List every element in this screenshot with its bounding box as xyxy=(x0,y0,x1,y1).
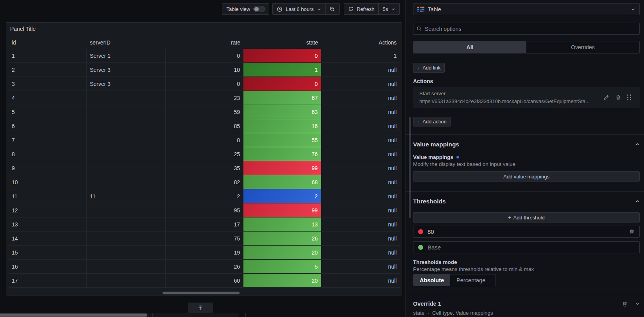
cell-state: 16 xyxy=(243,119,321,133)
cell-state: 5 xyxy=(243,260,321,274)
cell-state: 2 xyxy=(243,189,321,203)
table-row: 131713null xyxy=(9,217,400,232)
cell-serverID: Server 3 xyxy=(87,77,166,91)
threshold-color-swatch[interactable] xyxy=(418,229,423,234)
add-value-mappings-label: Add value mappings xyxy=(503,174,549,180)
column-header-id[interactable]: id xyxy=(9,37,87,49)
panel-title[interactable]: Panel Title xyxy=(6,23,402,36)
thresholds-mode-radio: Absolute Percentage xyxy=(413,274,496,286)
delete-icon[interactable] xyxy=(615,94,621,100)
cell-id: 3 xyxy=(9,77,87,91)
cell-id: 6 xyxy=(9,119,87,133)
column-header-Actions[interactable]: Actions xyxy=(321,37,400,49)
value-mappings-section-header[interactable]: Value mappings xyxy=(413,140,640,149)
time-controls-group: Last 6 hours xyxy=(272,3,340,15)
tab-all[interactable]: All xyxy=(413,41,526,53)
override-header[interactable]: Override 1 xyxy=(413,299,640,308)
cell-rate: 23 xyxy=(166,91,243,105)
override-title: Override 1 xyxy=(413,301,441,307)
cell-serverID: 11 xyxy=(87,189,166,203)
visualization-picker[interactable]: Table xyxy=(413,3,640,15)
cell-id: 10 xyxy=(9,175,87,189)
refresh-button[interactable]: Refresh xyxy=(344,4,379,14)
options-tabs: All Overrides xyxy=(413,41,640,53)
cell-state: 13 xyxy=(243,217,321,232)
table-view-toggle[interactable]: Table view xyxy=(222,4,269,14)
plus-icon: + xyxy=(417,65,420,71)
thresholds-section-header[interactable]: Thresholds xyxy=(413,197,640,206)
table-view-label: Table view xyxy=(226,6,250,12)
cell-Actions: null xyxy=(321,119,400,133)
mode-percentage[interactable]: Percentage xyxy=(450,274,492,286)
table-row: 151920null xyxy=(9,246,400,260)
table-row: 93599null xyxy=(9,161,400,175)
section-divider xyxy=(406,295,644,295)
cell-state: 20 xyxy=(243,246,321,260)
override-target: state xyxy=(413,310,424,316)
cell-id: 5 xyxy=(9,105,87,119)
table-header-row: idserverIDratestateActions xyxy=(9,37,400,49)
threshold-value[interactable]: 80 xyxy=(428,228,434,235)
section-divider xyxy=(406,134,644,135)
cell-serverID xyxy=(87,203,166,217)
cell-rate: 85 xyxy=(166,119,243,133)
cell-Actions: null xyxy=(321,147,400,161)
cell-Actions: null xyxy=(321,105,400,119)
cell-id: 15 xyxy=(9,246,87,260)
cell-serverID: Server 3 xyxy=(87,63,166,77)
cell-rate: 10 xyxy=(166,63,243,77)
column-header-serverID[interactable]: serverID xyxy=(87,37,166,49)
threshold-row[interactable]: 80 xyxy=(413,226,640,238)
cell-Actions: null xyxy=(321,189,400,203)
refresh-interval-dropdown[interactable]: 5s xyxy=(378,4,399,14)
table-view-switch[interactable] xyxy=(253,6,265,12)
cell-serverID xyxy=(87,91,166,105)
add-value-mappings-button[interactable]: Add value mappings xyxy=(413,171,640,182)
add-link-button[interactable]: + Add link xyxy=(413,63,445,73)
edit-icon[interactable] xyxy=(603,94,609,100)
base-color-swatch[interactable] xyxy=(418,245,423,250)
cell-rate: 35 xyxy=(166,161,243,175)
column-header-state[interactable]: state xyxy=(243,37,321,49)
zoom-out-button[interactable] xyxy=(325,4,339,14)
table-row: 108268null xyxy=(9,175,400,189)
cell-Actions: null xyxy=(321,133,400,147)
cell-rate: 17 xyxy=(166,217,243,232)
cell-serverID xyxy=(87,217,166,232)
thresholds-mode-label: Thresholds mode xyxy=(413,259,640,265)
column-header-rate[interactable]: rate xyxy=(166,37,243,49)
actions-label: Actions xyxy=(413,78,640,84)
search-options-input[interactable]: Search options xyxy=(413,23,640,35)
time-range-picker[interactable]: Last 6 hours xyxy=(273,4,325,14)
action-url: https://6531a3394d4c2e3f333d310b.mockapi… xyxy=(419,98,603,104)
plus-icon: + xyxy=(508,214,511,221)
tab-overrides[interactable]: Overrides xyxy=(526,41,639,53)
chevron-up-icon xyxy=(635,199,640,204)
sidebar-scrollbar[interactable] xyxy=(409,117,411,218)
mode-absolute[interactable]: Absolute xyxy=(413,274,450,286)
cell-id: 9 xyxy=(9,161,87,175)
cell-serverID xyxy=(87,161,166,175)
add-threshold-label: Add threshold xyxy=(513,215,544,221)
delete-override-icon[interactable] xyxy=(622,301,628,307)
cell-Actions: null xyxy=(321,232,400,246)
chevron-down-icon[interactable] xyxy=(635,301,640,306)
drag-handle-icon[interactable] xyxy=(627,94,631,100)
add-action-button[interactable]: + Add action xyxy=(413,117,451,126)
cell-id: 13 xyxy=(9,217,87,232)
table-horizontal-scrollbar[interactable] xyxy=(163,292,240,294)
table-row: 111122null xyxy=(9,189,400,203)
table-row: 55963null xyxy=(9,105,400,119)
cell-serverID xyxy=(87,175,166,189)
cell-Actions: null xyxy=(321,260,400,274)
cell-rate: 82 xyxy=(166,175,243,189)
add-action-label: Add action xyxy=(422,119,446,125)
page-horizontal-scrollbar[interactable] xyxy=(0,313,147,317)
base-label: Base xyxy=(428,244,441,251)
cell-state: 26 xyxy=(243,232,321,246)
table-visualization-icon xyxy=(417,7,424,12)
collapse-data-pane-button[interactable] xyxy=(188,303,213,313)
delete-threshold-icon[interactable] xyxy=(629,229,635,235)
add-threshold-button[interactable]: + Add threshold xyxy=(413,212,640,223)
threshold-base-row[interactable]: Base xyxy=(413,241,640,253)
